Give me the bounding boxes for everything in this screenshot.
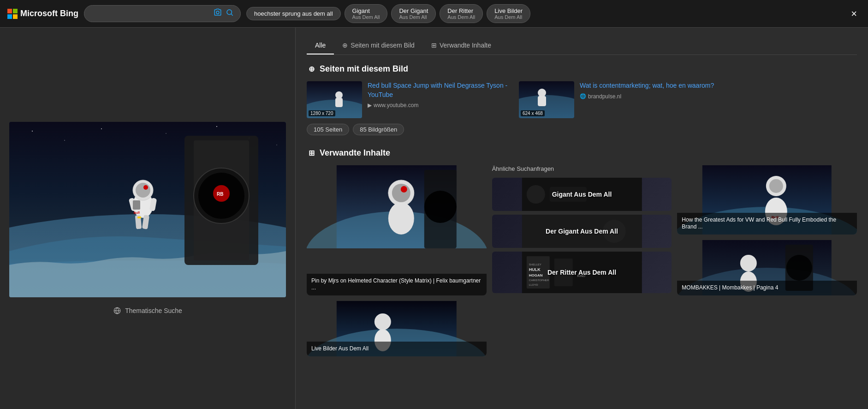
pages-section-title: Seiten mit diesem Bild [320, 64, 408, 74]
page-thumb-1-label: 1280 x 720 [309, 110, 335, 116]
svg-point-21 [136, 183, 150, 198]
logo-square-green [13, 9, 18, 13]
logo-square-blue [7, 14, 12, 19]
logo-square-red [7, 9, 12, 13]
svg-point-10 [276, 144, 277, 145]
left-panel: RB [0, 28, 295, 409]
tab-seiten[interactable]: ⊕ Seiten mit diesem Bild [334, 37, 423, 54]
svg-rect-35 [335, 98, 343, 107]
svg-text:HOGAN: HOGAN [529, 273, 542, 277]
tab-seiten-icon: ⊕ [342, 42, 348, 49]
tab-alle[interactable]: Alle [307, 37, 334, 54]
page-thumb-2[interactable]: 624 x 468 [519, 81, 574, 118]
size-badge-seiten[interactable]: 105 Seiten [307, 124, 349, 135]
related-right-col: Bull How the Greatest Ads for VW and Red… [677, 165, 857, 295]
related-section-icon: ⊞ [307, 149, 316, 158]
related-caption-left-text: Pin by Mjrs on Helmeted Character (Style… [311, 277, 481, 291]
pill-gigant-sub: Aus Dem All [352, 14, 380, 20]
pill-der-ritter-main: Der Ritter [447, 7, 475, 14]
close-button[interactable]: × [847, 6, 861, 22]
camera-search-button[interactable] [214, 8, 222, 19]
search-button[interactable] [226, 8, 234, 19]
svg-text:RB: RB [217, 192, 223, 197]
page-result-2: 624 x 468 Wat is contentmarketing; wat, … [519, 81, 714, 118]
pill-live-bilder[interactable]: Live Bilder Aus Dem All [487, 4, 530, 23]
sq-gigant[interactable]: Gigant Aus Dem All [492, 178, 672, 211]
related-caption-left: Pin by Mjrs on Helmeted Character (Style… [307, 274, 487, 295]
pill-gigant[interactable]: Gigant Aus Dem All [345, 4, 388, 23]
bing-logo-text: Microsoft Bing [20, 9, 78, 18]
sq-der-ritter[interactable]: SHELLEY HULK HOGAN CHRISTOPHER LLOYD KIN… [492, 252, 672, 293]
sq-der-ritter-label: Der Ritter Aus Dem All [547, 269, 616, 276]
related-section: ⊞ Verwandte Inhalte [307, 148, 857, 356]
pages-section: ⊕ Seiten mit diesem Bild [307, 64, 857, 135]
bing-logo: Microsoft Bing [7, 9, 78, 19]
svg-text:Bull: Bull [134, 211, 140, 215]
related-item-bottom-left[interactable]: Live Bilder Aus Dem All [307, 301, 487, 356]
similar-queries-label: Ähnliche Suchanfragen [492, 165, 672, 172]
svg-point-8 [216, 126, 217, 127]
pill-query-text: hoechster sprung aus dem all [254, 10, 333, 17]
page-info-1: Red bull Space Jump with Neil Degrasse T… [368, 81, 510, 108]
page-title-1[interactable]: Red bull Space Jump with Neil Degrasse T… [368, 81, 510, 99]
page-result-1: 1280 x 720 Red bull Space Jump with Neil… [307, 81, 510, 118]
sq-der-gigant[interactable]: Der Gigant Aus Dem All [492, 215, 672, 248]
svg-rect-39 [538, 96, 546, 106]
right-item-2[interactable]: MOMBAKKES | Mombakkes | Pagina 4 [677, 240, 857, 295]
svg-point-49 [526, 185, 545, 204]
related-caption-bottom-left: Live Bilder Aus Dem All [307, 342, 487, 356]
page-info-2: Wat is contentmarketing; wat, hoe en waa… [580, 81, 714, 100]
pill-der-ritter-sub: Aus Dem All [447, 14, 475, 20]
main-layout: RB [0, 28, 868, 409]
pill-der-ritter[interactable]: Der Ritter Aus Dem All [440, 4, 483, 23]
thematic-search[interactable]: Thematische Suche [113, 307, 182, 315]
suggestion-pills: hoechster sprung aus dem all Gigant Aus … [246, 4, 842, 23]
svg-text:SHELLEY: SHELLEY [529, 263, 541, 266]
right-panel: Alle ⊕ Seiten mit diesem Bild ⊞ Verwandt… [296, 28, 868, 409]
search-input[interactable] [91, 10, 210, 18]
svg-text:LLOYD: LLOYD [529, 283, 538, 286]
svg-point-22 [143, 185, 148, 190]
right-item-1[interactable]: Bull How the Greatest Ads for VW and Red… [677, 165, 857, 235]
globe-icon: 🌐 [580, 93, 586, 99]
right-item-2-caption: MOMBAKKES | Mombakkes | Pagina 4 [677, 281, 857, 295]
related-thumb-left [307, 165, 487, 248]
svg-point-0 [216, 11, 219, 14]
tabs-bar: Alle ⊕ Seiten mit diesem Bild ⊞ Verwandt… [307, 37, 857, 55]
page-thumb-2-label: 624 x 468 [521, 110, 545, 116]
page-title-2[interactable]: Wat is contentmarketing; wat, hoe en waa… [580, 81, 714, 90]
page-url-1-text: www.youtube.com [374, 102, 418, 108]
size-badge-bildgroessen[interactable]: 85 Bildgrößen [353, 124, 404, 135]
related-item-left[interactable]: Pin by Mjrs on Helmeted Character (Style… [307, 165, 487, 295]
page-url-2: 🌐 brandpulse.nl [580, 93, 714, 100]
logo-square-yellow [13, 14, 18, 19]
related-section-title: Verwandte Inhalte [320, 148, 390, 158]
thematic-search-label: Thematische Suche [125, 307, 182, 314]
pill-search-query[interactable]: hoechster sprung aus dem all [246, 7, 341, 20]
svg-point-38 [538, 89, 546, 97]
youtube-icon: ▶ [368, 102, 372, 108]
size-badges: 105 Seiten 85 Bildgrößen [307, 124, 857, 135]
space-jump-illustration: RB [9, 122, 286, 297]
tab-seiten-label: Seiten mit diesem Bild [351, 42, 415, 49]
svg-point-45 [388, 202, 414, 235]
svg-point-65 [769, 179, 783, 193]
pill-live-bilder-sub: Aus Dem All [494, 14, 523, 20]
pill-der-gigant[interactable]: Der Gigant Aus Dem All [391, 4, 436, 23]
related-bottom-row: Live Bilder Aus Dem All [307, 301, 857, 356]
svg-point-43 [392, 184, 410, 202]
pill-der-gigant-sub: Aus Dem All [399, 14, 428, 20]
tab-verwandte-icon: ⊞ [431, 42, 437, 49]
svg-text:CHRISTOPHER: CHRISTOPHER [529, 279, 549, 282]
svg-text:HULK: HULK [529, 267, 540, 272]
page-results: 1280 x 720 Red bull Space Jump with Neil… [307, 81, 857, 118]
right-item-1-caption: How the Greatest Ads for VW and Red Bull… [677, 213, 857, 235]
svg-point-7 [166, 133, 166, 134]
svg-point-34 [335, 91, 343, 99]
svg-point-72 [740, 255, 757, 271]
tab-verwandte[interactable]: ⊞ Verwandte Inhalte [423, 37, 499, 54]
page-url-1: ▶ www.youtube.com [368, 102, 510, 108]
svg-line-2 [231, 14, 232, 15]
page-thumb-1[interactable]: 1280 x 720 [307, 81, 362, 118]
pill-gigant-main: Gigant [352, 7, 380, 14]
